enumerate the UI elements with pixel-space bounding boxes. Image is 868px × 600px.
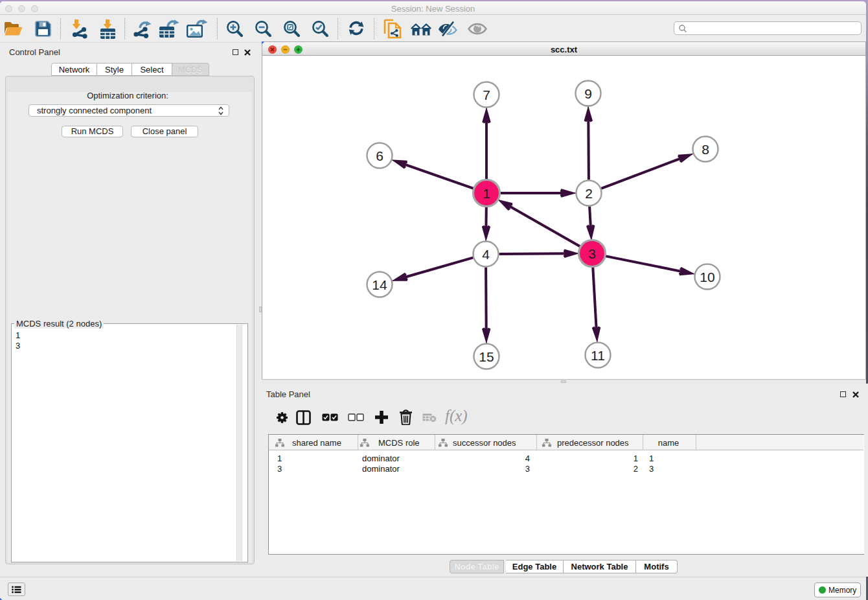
svg-text:15: 15	[479, 349, 494, 364]
svg-text:11: 11	[591, 348, 605, 363]
svg-text:4: 4	[482, 247, 490, 262]
svg-text:8: 8	[702, 142, 709, 157]
svg-text:10: 10	[700, 270, 714, 284]
svg-text:2: 2	[585, 186, 593, 201]
svg-text:7: 7	[483, 87, 490, 102]
svg-text:14: 14	[372, 277, 387, 292]
svg-text:6: 6	[376, 148, 383, 163]
svg-text:1: 1	[483, 186, 490, 201]
svg-text:9: 9	[584, 86, 592, 101]
svg-text:3: 3	[588, 246, 596, 261]
